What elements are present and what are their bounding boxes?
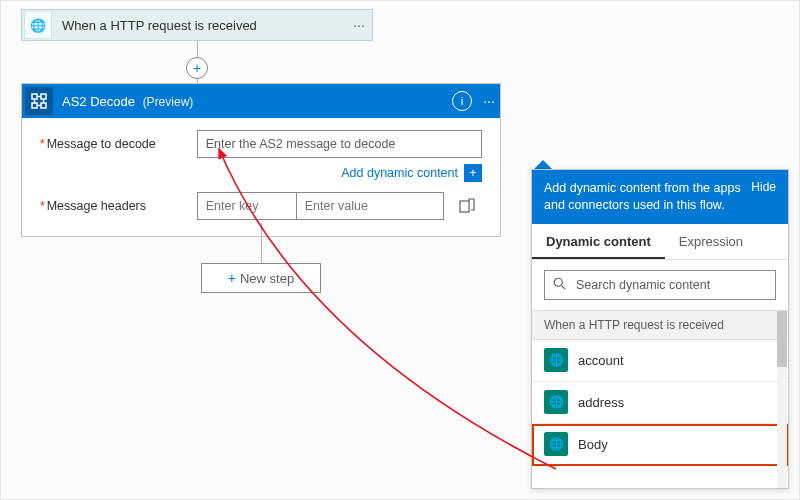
plus-icon: + — [228, 270, 236, 286]
as2-connector-icon — [25, 87, 53, 115]
svg-rect-8 — [460, 201, 469, 212]
message-to-decode-input[interactable] — [197, 130, 482, 158]
token-item-address[interactable]: 🌐 address — [532, 382, 788, 424]
connector-line — [261, 223, 262, 263]
tab-expression[interactable]: Expression — [665, 224, 757, 259]
http-trigger-icon: 🌐 — [24, 11, 52, 39]
action-card-as2-decode: AS2 Decode (Preview) i ··· * Message to … — [21, 83, 501, 237]
token-label: address — [578, 395, 624, 410]
new-step-label: New step — [240, 271, 294, 286]
token-item-body[interactable]: 🌐 Body — [532, 424, 788, 466]
designer-canvas: 🌐 When a HTTP request is received ··· + … — [0, 0, 800, 500]
tab-dynamic-content[interactable]: Dynamic content — [532, 224, 665, 259]
search-input[interactable] — [574, 277, 767, 293]
http-chip-icon: 🌐 — [544, 348, 568, 372]
svg-rect-0 — [32, 94, 37, 99]
switch-to-text-mode-button[interactable] — [454, 193, 480, 219]
http-chip-icon: 🌐 — [544, 390, 568, 414]
required-marker: * — [40, 137, 45, 151]
panel-list: When a HTTP request is received 🌐 accoun… — [532, 310, 788, 488]
svg-point-9 — [554, 278, 562, 286]
svg-rect-1 — [41, 94, 46, 99]
panel-tabs: Dynamic content Expression — [532, 224, 788, 260]
header-key-input[interactable] — [197, 192, 297, 220]
panel-search[interactable] — [544, 270, 776, 300]
token-label: Body — [578, 437, 608, 452]
info-icon[interactable]: i — [452, 91, 472, 111]
svg-rect-3 — [41, 103, 46, 108]
search-icon — [553, 277, 566, 293]
required-marker: * — [40, 199, 45, 213]
trigger-title: When a HTTP request is received — [52, 18, 346, 33]
action-name: AS2 Decode — [62, 94, 135, 109]
header-value-input[interactable] — [296, 192, 444, 220]
add-dynamic-content-button[interactable]: + — [464, 164, 482, 182]
trigger-more-button[interactable]: ··· — [346, 17, 372, 33]
svg-rect-2 — [32, 103, 37, 108]
token-label: account — [578, 353, 624, 368]
action-more-button[interactable]: ··· — [478, 93, 500, 109]
scrollbar-thumb[interactable] — [777, 311, 787, 367]
message-to-decode-label: Message to decode — [47, 137, 197, 151]
action-header[interactable]: AS2 Decode (Preview) i ··· — [22, 84, 500, 118]
preview-badge: (Preview) — [139, 95, 194, 109]
group-title: When a HTTP request is received — [532, 311, 788, 340]
action-title: AS2 Decode (Preview) — [56, 94, 452, 109]
message-headers-label: Message headers — [47, 199, 197, 213]
token-item-account[interactable]: 🌐 account — [532, 340, 788, 382]
new-step-button[interactable]: + New step — [201, 263, 321, 293]
panel-header: Add dynamic content from the apps and co… — [532, 170, 788, 224]
dynamic-content-panel: Add dynamic content from the apps and co… — [531, 169, 789, 489]
panel-header-text: Add dynamic content from the apps and co… — [544, 180, 743, 214]
add-dynamic-content-link[interactable]: Add dynamic content — [341, 166, 458, 180]
trigger-card[interactable]: 🌐 When a HTTP request is received ··· — [21, 9, 373, 41]
svg-line-10 — [562, 285, 566, 289]
http-chip-icon: 🌐 — [544, 432, 568, 456]
insert-step-button[interactable]: + — [186, 57, 208, 79]
action-body: * Message to decode Add dynamic content … — [22, 118, 500, 236]
hide-panel-button[interactable]: Hide — [743, 180, 776, 214]
